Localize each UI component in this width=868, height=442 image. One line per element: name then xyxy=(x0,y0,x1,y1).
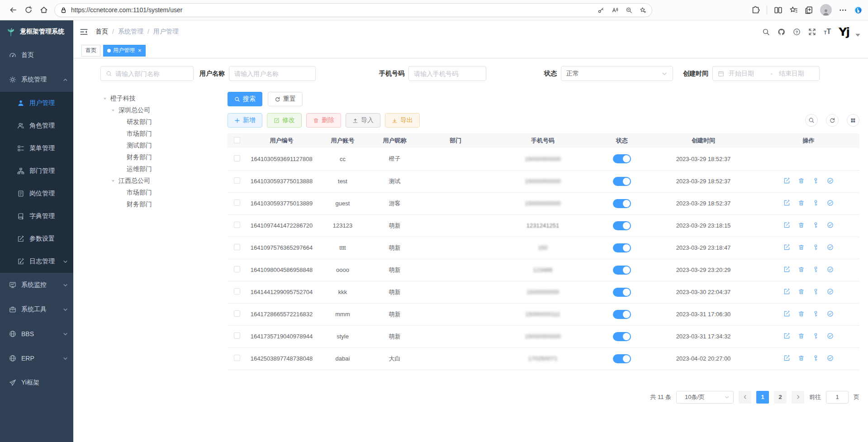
row-assign-role-button[interactable] xyxy=(827,310,834,317)
zoom-out-icon[interactable] xyxy=(626,7,632,14)
sidebar-item-yi-framework[interactable]: Yi框架 xyxy=(0,371,73,395)
row-reset-password-button[interactable] xyxy=(812,177,819,184)
tree-node[interactable]: 财务部门 xyxy=(100,152,228,163)
table-column-settings-button[interactable] xyxy=(847,114,859,127)
row-reset-password-button[interactable] xyxy=(812,222,819,228)
row-assign-role-button[interactable] xyxy=(827,288,834,295)
row-checkbox[interactable] xyxy=(234,355,240,361)
page-button-1[interactable]: 1 xyxy=(756,391,769,404)
sidebar-item-param-settings[interactable]: 参数设置 xyxy=(0,228,73,250)
status-toggle[interactable] xyxy=(613,199,631,208)
github-icon[interactable] xyxy=(778,28,785,36)
browser-refresh-button[interactable] xyxy=(21,2,36,18)
date-range-picker[interactable]: 开始日期 - 结束日期 xyxy=(712,66,820,81)
user-menu-caret-icon[interactable] xyxy=(854,31,862,39)
row-assign-role-button[interactable] xyxy=(827,266,834,273)
row-edit-button[interactable] xyxy=(783,266,790,273)
tree-node[interactable]: 测试部门 xyxy=(100,140,228,152)
row-edit-button[interactable] xyxy=(783,288,790,295)
sidebar-item-user-mgmt[interactable]: 用户管理 xyxy=(0,92,73,114)
prev-page-button[interactable] xyxy=(739,391,751,404)
row-delete-button[interactable] xyxy=(798,177,805,184)
status-toggle[interactable] xyxy=(613,354,631,363)
browser-profile-avatar[interactable] xyxy=(820,4,832,16)
bing-copilot-icon[interactable] xyxy=(854,6,863,14)
tree-node[interactable]: 财务部门 xyxy=(100,199,228,210)
page-size-select[interactable]: 10条/页 xyxy=(676,391,734,404)
sidebar-item-system[interactable]: 系统管理 xyxy=(0,67,73,92)
username-input[interactable] xyxy=(229,66,316,81)
tree-node[interactable]: 运维部门 xyxy=(100,163,228,175)
row-delete-button[interactable] xyxy=(798,244,805,251)
row-edit-button[interactable] xyxy=(783,200,790,206)
row-delete-button[interactable] xyxy=(798,200,805,206)
split-screen-icon[interactable] xyxy=(774,6,783,14)
row-checkbox[interactable] xyxy=(234,177,240,184)
row-reset-password-button[interactable] xyxy=(812,310,819,317)
select-all-checkbox[interactable] xyxy=(234,137,240,143)
row-assign-role-button[interactable] xyxy=(827,222,834,228)
tab-close-icon[interactable]: × xyxy=(138,48,142,53)
date-end-placeholder[interactable]: 结束日期 xyxy=(779,70,814,78)
status-toggle[interactable] xyxy=(613,288,631,297)
sidebar-item-erp[interactable]: ERP xyxy=(0,346,73,371)
tree-node[interactable]: 市场部门 xyxy=(100,187,228,199)
breadcrumb-system[interactable]: 系统管理 xyxy=(118,28,143,36)
sidebar-item-post-mgmt[interactable]: 岗位管理 xyxy=(0,182,73,205)
dept-search-input[interactable] xyxy=(100,66,194,81)
tab-user-mgmt[interactable]: 用户管理 × xyxy=(103,45,146,57)
row-edit-button[interactable] xyxy=(783,310,790,317)
collections-icon[interactable] xyxy=(805,6,813,14)
status-toggle[interactable] xyxy=(613,332,631,341)
row-delete-button[interactable] xyxy=(798,310,805,317)
sidebar-item-dept-mgmt[interactable]: 部门管理 xyxy=(0,160,73,182)
sidebar-item-dict-mgmt[interactable]: 字典管理 xyxy=(0,205,73,228)
row-assign-role-button[interactable] xyxy=(827,177,834,184)
app-logo[interactable]: 意框架管理系统 xyxy=(0,20,73,43)
next-page-button[interactable] xyxy=(792,391,804,404)
page-button-2[interactable]: 2 xyxy=(774,391,787,404)
row-checkbox[interactable] xyxy=(234,200,240,206)
row-checkbox[interactable] xyxy=(234,310,240,317)
goto-page-input[interactable] xyxy=(826,391,849,404)
table-search-toggle-button[interactable] xyxy=(805,114,818,127)
import-button[interactable]: 导入 xyxy=(346,113,380,128)
add-favorite-icon[interactable] xyxy=(640,7,646,14)
export-button[interactable]: 导出 xyxy=(385,113,420,128)
status-select[interactable]: 正常 xyxy=(561,66,673,81)
add-button[interactable]: 新增 xyxy=(228,113,262,128)
row-checkbox[interactable] xyxy=(234,288,240,295)
phone-input[interactable] xyxy=(408,66,486,81)
sidebar-item-log-mgmt[interactable]: 日志管理 xyxy=(0,250,73,273)
date-start-placeholder[interactable]: 开始日期 xyxy=(729,70,764,78)
row-reset-password-button[interactable] xyxy=(812,355,819,361)
font-size-icon[interactable]: TT xyxy=(824,28,831,35)
row-delete-button[interactable] xyxy=(798,355,805,361)
help-icon[interactable]: ? xyxy=(793,28,801,36)
row-reset-password-button[interactable] xyxy=(812,266,819,273)
breadcrumb-home[interactable]: 首页 xyxy=(95,28,108,36)
row-reset-password-button[interactable] xyxy=(812,244,819,251)
row-assign-role-button[interactable] xyxy=(827,333,834,339)
status-toggle[interactable] xyxy=(613,221,631,230)
row-edit-button[interactable] xyxy=(783,222,790,228)
browser-settings-icon[interactable] xyxy=(839,6,847,14)
tree-node[interactable]: 深圳总公司 xyxy=(100,105,228,116)
tree-node[interactable]: 橙子科技 xyxy=(100,93,228,105)
row-assign-role-button[interactable] xyxy=(827,244,834,251)
search-button[interactable]: 搜索 xyxy=(228,92,262,106)
sidebar-toggle-icon[interactable] xyxy=(73,28,95,36)
status-toggle[interactable] xyxy=(613,243,631,252)
row-checkbox[interactable] xyxy=(234,333,240,339)
row-edit-button[interactable] xyxy=(783,244,790,251)
status-toggle[interactable] xyxy=(613,310,631,319)
tab-home[interactable]: 首页 xyxy=(81,45,100,57)
row-reset-password-button[interactable] xyxy=(812,333,819,339)
table-refresh-button[interactable] xyxy=(826,114,839,127)
status-toggle[interactable] xyxy=(613,177,631,186)
edit-button[interactable]: 修改 xyxy=(267,113,302,128)
browser-back-button[interactable] xyxy=(5,2,21,18)
tree-node[interactable]: 江西总公司 xyxy=(100,175,228,187)
row-edit-button[interactable] xyxy=(783,177,790,184)
read-aloud-icon[interactable] xyxy=(612,7,618,14)
